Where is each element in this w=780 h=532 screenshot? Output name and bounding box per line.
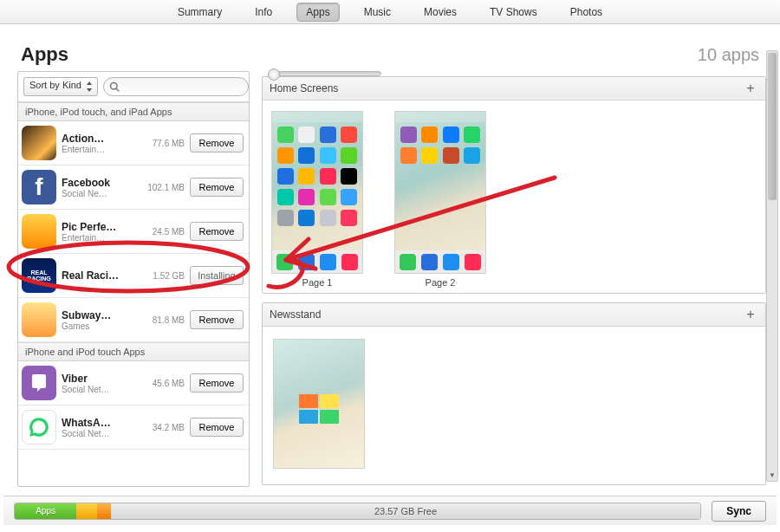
app-count: 10 apps [698, 45, 759, 65]
zoom-slider[interactable] [269, 71, 381, 76]
mini-app-icon [421, 127, 438, 143]
main-area: Sort by Kind iPhone, iPod touch, and iPa… [0, 71, 780, 487]
mini-app-icon [443, 147, 459, 164]
sort-select[interactable]: Sort by Kind [23, 77, 98, 96]
newsstand-thumb[interactable] [273, 339, 365, 469]
mini-app-icon [277, 168, 294, 185]
mini-app-icon [320, 189, 336, 205]
home-screen-page[interactable]: Page 2 [394, 111, 486, 288]
app-row[interactable]: ViberSocial Net…45.6 MBRemove [18, 361, 249, 405]
tab-music[interactable]: Music [355, 3, 400, 21]
scroll-thumb[interactable] [768, 53, 777, 200]
app-icon: REAL RACING [22, 258, 56, 293]
home-screens-body: Page 1Page 2 [263, 101, 765, 293]
page-header: Apps 10 apps [0, 24, 780, 71]
scrollbar[interactable]: ▲ ▼ [766, 50, 778, 482]
app-icon: f [22, 170, 56, 204]
svg-line-1 [116, 88, 119, 91]
app-row[interactable]: fFacebookSocial Ne…102.1 MBRemove [18, 165, 249, 210]
sync-button[interactable]: Sync [712, 501, 766, 522]
app-name: Pic Perfe… [62, 221, 134, 233]
mini-app-icon [277, 189, 294, 205]
storage-seg-free: 23.57 GB Free [111, 503, 701, 519]
storage-seg-other-a [76, 503, 97, 519]
add-newsstand-button[interactable]: + [743, 307, 758, 322]
storage-free-label: 23.57 GB Free [374, 506, 437, 516]
home-screen-page[interactable]: Page 1 [271, 111, 363, 288]
remove-button[interactable]: Remove [190, 133, 244, 152]
page-label: Page 1 [302, 277, 333, 288]
dock-app-icon [276, 254, 293, 270]
app-size: 77.6 MB [140, 139, 185, 148]
dock-app-icon [465, 254, 481, 270]
tab-summary[interactable]: Summary [169, 3, 231, 21]
installing-button[interactable]: Installing [190, 266, 244, 285]
app-name: WhatsA… [62, 417, 134, 429]
remove-button[interactable]: Remove [190, 418, 244, 437]
dock-app-icon [320, 254, 336, 270]
app-row[interactable]: Pic Perfe…Entertain…24.5 MBRemove [18, 210, 249, 254]
newsstand-tile [299, 394, 318, 408]
app-info: WhatsA…Social Net… [62, 417, 134, 438]
mini-app-icon [320, 168, 336, 185]
app-genre: Entertain… [62, 145, 134, 154]
search-field[interactable] [103, 77, 249, 96]
storage-bar: Apps 23.57 GB Free [14, 503, 701, 520]
mini-app-icon [464, 127, 480, 143]
mini-app-icon [400, 147, 417, 164]
remove-button[interactable]: Remove [190, 310, 244, 329]
tab-tv-shows[interactable]: TV Shows [481, 3, 546, 21]
newsstand-section: Newsstand + [262, 302, 766, 485]
storage-seg-apps-label: Apps [36, 506, 55, 516]
app-genre: Games [62, 321, 134, 331]
dock-app-icon [298, 254, 315, 270]
app-icon [22, 214, 56, 249]
app-info: Pic Perfe…Entertain… [62, 221, 134, 243]
app-row[interactable]: REAL RACINGReal Raci…1.52 GBInstalling [18, 254, 249, 298]
app-row[interactable]: Action…Entertain…77.6 MBRemove [18, 121, 249, 165]
mini-app-icon [320, 210, 336, 226]
newsstand-tile [299, 410, 318, 424]
tab-photos[interactable]: Photos [562, 3, 611, 21]
home-screens-section: Home Screens + Page 1Page 2 [262, 76, 766, 294]
zoom-slider-thumb[interactable] [268, 68, 280, 81]
app-size: 24.5 MB [140, 227, 185, 237]
tab-apps[interactable]: Apps [296, 3, 339, 22]
app-name: Real Raci… [62, 269, 134, 282]
scroll-down-arrow[interactable]: ▼ [767, 469, 777, 481]
sort-search-row: Sort by Kind [18, 72, 249, 102]
mini-app-icon [341, 189, 357, 205]
mini-app-icon [298, 147, 315, 164]
app-name: Facebook [62, 177, 134, 189]
mini-app-icon [341, 127, 357, 143]
mini-app-icon [341, 147, 357, 164]
tab-movies[interactable]: Movies [415, 3, 465, 21]
app-info: Subway…Games [62, 309, 134, 331]
newsstand-tile [320, 394, 339, 408]
page-label: Page 2 [426, 277, 456, 288]
mini-app-icon [320, 147, 336, 164]
app-row[interactable]: WhatsA…Social Net…34.2 MBRemove [18, 405, 249, 450]
mini-app-icon [464, 147, 480, 164]
app-row[interactable]: Subway…Games81.8 MBRemove [18, 298, 249, 342]
mini-app-icon [298, 168, 315, 185]
tab-info[interactable]: Info [246, 3, 281, 21]
remove-button[interactable]: Remove [190, 222, 244, 241]
search-input[interactable] [123, 81, 243, 92]
dock-app-icon [341, 254, 358, 270]
phone-screenshot [271, 111, 363, 274]
storage-seg-apps: Apps [15, 503, 76, 519]
newsstand-header: Newsstand + [263, 303, 765, 327]
app-icon [22, 410, 56, 444]
remove-button[interactable]: Remove [190, 178, 244, 197]
app-size: 45.6 MB [140, 379, 185, 388]
app-genre: Social Net… [62, 385, 134, 394]
remove-button[interactable]: Remove [190, 373, 244, 393]
mini-app-icon [277, 210, 294, 226]
mini-app-icon [421, 147, 438, 164]
mini-app-icon [443, 127, 459, 143]
add-home-screen-button[interactable]: + [743, 81, 758, 96]
right-panel: Home Screens + Page 1Page 2 Newsstand + [262, 71, 766, 487]
mini-app-icon [277, 127, 294, 143]
newsstand-tile [320, 410, 339, 424]
